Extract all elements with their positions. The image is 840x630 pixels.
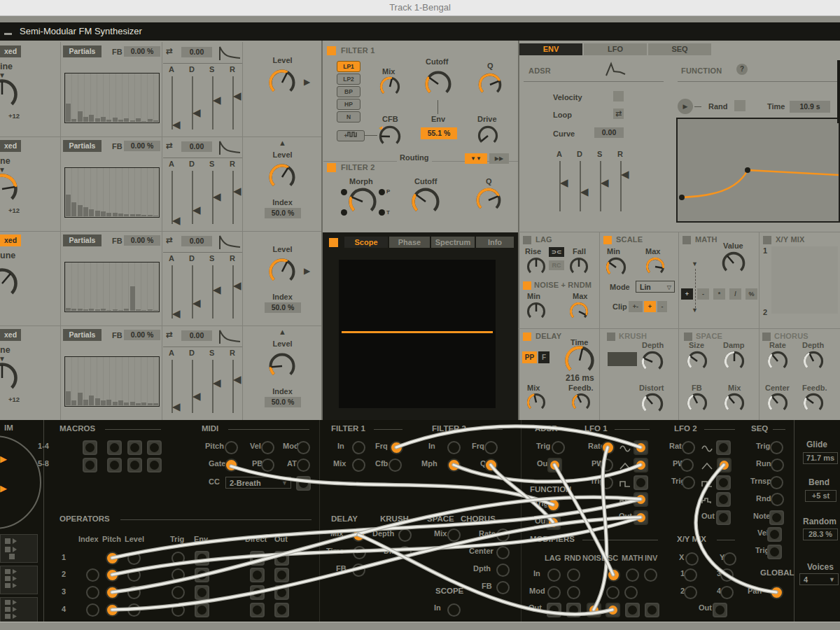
noise-toggle[interactable] xyxy=(523,281,531,290)
fixed-button[interactable]: xed xyxy=(0,46,21,57)
partial-bar[interactable] xyxy=(124,402,129,405)
patch-jack[interactable] xyxy=(716,492,731,507)
scope-toggle[interactable] xyxy=(329,238,338,247)
function-display[interactable] xyxy=(676,118,840,223)
curve-value[interactable]: 0.00 xyxy=(181,141,212,152)
adsr-slider-track[interactable] xyxy=(232,360,234,413)
patch-jack[interactable] xyxy=(600,476,613,489)
patch-jack[interactable] xyxy=(547,586,561,599)
index-value[interactable]: 50.0 % xyxy=(265,397,301,407)
patch-jack[interactable] xyxy=(398,528,412,542)
filter-type-bp[interactable]: BP xyxy=(337,86,360,97)
partial-bar[interactable] xyxy=(136,309,141,311)
adsr-slider-track[interactable] xyxy=(232,76,234,130)
partial-bar[interactable] xyxy=(89,115,94,122)
index-up-icon[interactable]: ▲ xyxy=(244,139,321,147)
patch-jack-connected[interactable] xyxy=(634,510,648,525)
device-collapse-icon[interactable] xyxy=(4,33,12,35)
patch-jack[interactable] xyxy=(771,458,784,472)
patch-jack-connected[interactable] xyxy=(484,458,498,472)
adsr-slider-handle[interactable]: ◀ xyxy=(213,379,221,386)
patch-jack[interactable] xyxy=(297,441,310,454)
morph-dot-t[interactable] xyxy=(379,209,385,216)
patch-jack-connected[interactable] xyxy=(225,458,238,472)
partial-bar[interactable] xyxy=(136,214,141,216)
patch-jack-connected[interactable] xyxy=(106,568,119,582)
adsr-slider-track[interactable] xyxy=(192,171,193,224)
loop-toggle[interactable]: ⇄ xyxy=(613,108,624,119)
curve-value[interactable]: 0.00 xyxy=(181,330,212,341)
partial-bar[interactable] xyxy=(153,120,158,122)
delay-mix-knob[interactable] xyxy=(526,392,547,416)
adsr-slider-handle[interactable]: ◀ xyxy=(213,97,221,104)
fb-value[interactable]: 0.00 % xyxy=(124,235,160,246)
coarse-knob[interactable] xyxy=(0,173,18,208)
patch-jack[interactable] xyxy=(447,441,461,454)
patch-jack[interactable] xyxy=(496,546,510,559)
patch-jack[interactable] xyxy=(195,568,209,582)
adsr-slider-handle[interactable]: ◀ xyxy=(172,403,181,410)
partial-bar[interactable] xyxy=(124,214,129,216)
partial-bar[interactable] xyxy=(130,214,135,216)
patch-jack[interactable] xyxy=(274,585,289,600)
patch-jack[interactable] xyxy=(261,458,274,472)
partial-bar[interactable] xyxy=(95,211,100,216)
space-mix-knob[interactable] xyxy=(723,392,746,417)
filter-type-hp[interactable]: HP xyxy=(337,99,360,110)
tab-phase[interactable]: Phase xyxy=(389,237,430,248)
patch-jack-connected[interactable] xyxy=(606,603,620,617)
math-bottom-marker-icon[interactable]: ▼ xyxy=(692,307,698,314)
partial-bar[interactable] xyxy=(124,118,129,122)
patch-jack[interactable] xyxy=(195,603,209,617)
partial-bar[interactable] xyxy=(71,309,76,311)
patch-jack-connected[interactable] xyxy=(634,440,648,455)
delay-toggle[interactable] xyxy=(523,332,531,341)
patch-jack-connected[interactable] xyxy=(607,568,620,582)
patch-jack[interactable] xyxy=(606,586,620,599)
patch-jack[interactable] xyxy=(352,564,365,577)
fb-value[interactable]: 0.00 % xyxy=(124,46,160,57)
adsr-slider-handle[interactable]: ◀ xyxy=(192,300,201,307)
krush-distort-knob[interactable] xyxy=(640,392,664,419)
patch-jack[interactable] xyxy=(720,586,734,599)
scrollbar[interactable] xyxy=(837,60,840,123)
patch-jack[interactable] xyxy=(250,568,265,582)
patch-jack[interactable] xyxy=(716,510,731,525)
function-time-value[interactable]: 10.9 s xyxy=(790,101,830,113)
loop-icon[interactable]: ⇄ xyxy=(166,141,173,150)
patch-jack[interactable] xyxy=(484,441,498,454)
partial-bar[interactable] xyxy=(136,118,141,122)
filter-type-lp1[interactable]: LP1 xyxy=(337,61,360,72)
morph-dot-lp[interactable] xyxy=(341,189,347,195)
patch-jack-connected[interactable] xyxy=(634,458,648,472)
patch-jack[interactable] xyxy=(769,510,784,525)
patch-jack[interactable] xyxy=(720,568,734,582)
xymix-display-1[interactable] xyxy=(771,246,838,275)
partial-bar[interactable] xyxy=(78,309,83,311)
partial-bar[interactable] xyxy=(95,398,100,405)
patch-jack-connected[interactable] xyxy=(106,552,119,565)
lag-link-button[interactable]: ⊃⊂ xyxy=(549,247,564,257)
patch-jack[interactable] xyxy=(447,528,461,542)
clip-negative-button[interactable]: - xyxy=(657,301,667,312)
tab-scope[interactable]: Scope xyxy=(344,237,388,248)
patch-jack[interactable] xyxy=(547,603,561,617)
adsr-slider-handle[interactable]: ◀ xyxy=(213,286,221,293)
partial-bar[interactable] xyxy=(141,402,146,405)
patch-jack[interactable] xyxy=(496,564,510,577)
level-knob[interactable] xyxy=(268,352,296,383)
routing-parallel-button[interactable]: ▶▶ xyxy=(489,153,509,164)
partial-bar[interactable] xyxy=(141,310,146,311)
partial-bar[interactable] xyxy=(141,121,146,122)
partial-bar[interactable] xyxy=(71,202,76,216)
patch-jack[interactable] xyxy=(770,441,783,454)
coarse-knob[interactable] xyxy=(0,78,18,113)
patch-jack[interactable] xyxy=(600,458,613,472)
patch-jack[interactable] xyxy=(567,586,580,599)
space-toggle[interactable] xyxy=(684,332,692,341)
partial-bar[interactable] xyxy=(148,215,153,216)
patch-jack[interactable] xyxy=(274,568,289,582)
partials-button[interactable]: Partials xyxy=(63,329,102,341)
index-up-icon[interactable]: ▲ xyxy=(244,328,321,336)
patch-jack[interactable] xyxy=(225,441,238,454)
